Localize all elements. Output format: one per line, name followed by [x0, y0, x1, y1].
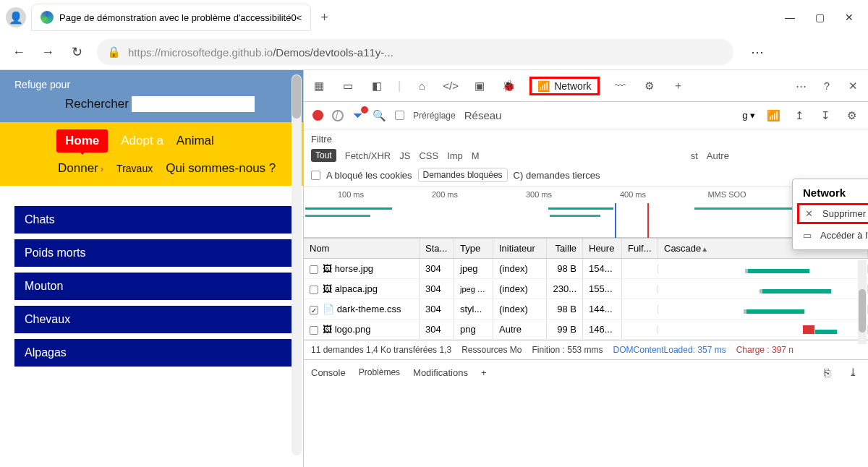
reload-button[interactable]: ↻ [68, 44, 85, 60]
blocked-requests-chip[interactable]: Demandes bloquées [418, 168, 508, 182]
reseau-label: Réseau [464, 109, 502, 121]
col-fulfilled[interactable]: Fulf... [622, 239, 658, 258]
drawer-add-button[interactable]: + [481, 367, 487, 378]
preserve-log-checkbox[interactable] [395, 111, 404, 120]
help-button[interactable]: ? [819, 78, 835, 94]
table-row[interactable]: 📄 dark-theme.css 304 styl... (index) 98 … [304, 299, 868, 320]
browser-tab[interactable]: Page de démonstration avec le problème d… [32, 4, 310, 30]
brand-text: Refuge pour [14, 79, 303, 90]
table-header: Nom Sta... Type Initiateur Taille Heure … [304, 239, 868, 259]
filter-toggle[interactable]: ⏷ [352, 109, 364, 122]
minimize-button[interactable]: — [785, 12, 795, 23]
col-time[interactable]: Heure [583, 239, 622, 258]
nav-home[interactable]: Home [56, 129, 108, 153]
elements-icon[interactable]: </> [443, 78, 459, 94]
devtools-drawer: Console Problèmes Modifications + ⎘ ⤓ [304, 359, 868, 385]
clear-button[interactable] [332, 110, 344, 121]
back-button[interactable]: ← [10, 45, 27, 60]
drawer-tab-issues[interactable]: Problèmes [359, 367, 400, 377]
col-name[interactable]: Nom [304, 239, 420, 258]
status-load: Charge : 397 n [736, 345, 793, 355]
maximize-button[interactable]: ▢ [815, 12, 825, 23]
context-menu-remove[interactable]: ✕ Supprimer de la barre d'activités [797, 203, 868, 224]
drawer-tab-console[interactable]: Console [311, 367, 346, 378]
inspect-icon[interactable]: ▦ [311, 78, 327, 94]
record-button[interactable] [312, 110, 323, 121]
performance-icon[interactable]: 〰 [613, 78, 629, 94]
network-table: Nom Sta... Type Initiateur Taille Heure … [304, 238, 868, 340]
search-icon[interactable]: 🔍 [373, 109, 386, 122]
category-item[interactable]: Chevaux [14, 306, 292, 333]
filter-chip-media[interactable]: M [472, 150, 480, 161]
main-split: Refuge pour Rechercher Home Adopt a Anim… [0, 69, 868, 467]
drawer-tab-changes[interactable]: Modifications [413, 367, 468, 378]
bug-icon[interactable]: 🐞 [501, 78, 516, 94]
address-bar[interactable]: 🔒 https://microsoftedge.github.io/Demos/… [97, 39, 733, 65]
filter-chip-img[interactable]: Imp [447, 150, 463, 161]
context-menu-title: Network [793, 184, 868, 202]
table-row[interactable]: 🖼 alpaca.jpg 304 jpeg jpeg (index) 230..… [304, 279, 868, 299]
new-tab-button[interactable]: + [316, 10, 333, 25]
wifi-settings-icon[interactable]: 📶 [765, 108, 781, 124]
category-item[interactable]: Alpagas [14, 339, 292, 367]
url-path: /Demos/devtools-a11y-... [273, 46, 393, 59]
search-label: Rechercher [14, 97, 129, 111]
status-summary: 11 demandes 1,4 Ko transférées 1,3 [311, 345, 451, 355]
table-row[interactable]: 🖼 logo.png 304 png Autre 99 B 146... [304, 320, 868, 340]
add-tab-button[interactable]: ＋ [671, 78, 686, 94]
page-scrollbar[interactable] [292, 74, 302, 455]
browser-menu-button[interactable]: ⋯ [745, 44, 770, 60]
throttling-label[interactable]: g ▾ [742, 110, 755, 121]
filter-chip-st[interactable]: st [691, 150, 698, 161]
third-party-label: C) demandes tierces [514, 170, 600, 181]
url-host: https://microsoftedge.github.io [128, 46, 273, 59]
upload-icon[interactable]: ↥ [791, 108, 807, 124]
gear-icon[interactable]: ⚙ [843, 108, 859, 124]
nav-about[interactable]: Qui sommes-nous ? [166, 161, 276, 176]
filter-label: Filtre [311, 134, 861, 145]
forward-button[interactable]: → [39, 45, 56, 60]
col-size[interactable]: Taille [547, 239, 583, 258]
table-scrollbar[interactable] [858, 260, 867, 344]
timeline-overview[interactable]: 100 ms 200 ms 300 ms 400 ms MMS SOO 600 … [304, 187, 868, 238]
nav-animal[interactable]: Animal [176, 134, 214, 148]
device-icon[interactable]: ▭ [340, 78, 356, 94]
block-cookies-checkbox[interactable] [311, 171, 320, 180]
category-item[interactable]: Poids morts [14, 239, 292, 267]
filter-chip-all[interactable]: Tout [311, 149, 336, 162]
nav-jobs[interactable]: Travaux [116, 163, 153, 174]
filter-chip-js[interactable]: JS [399, 150, 410, 161]
home-icon[interactable]: ⌂ [414, 78, 430, 94]
filter-chip-css[interactable]: CSS [419, 150, 438, 161]
tab-network[interactable]: 📶 Network [529, 77, 599, 95]
context-menu-quickview[interactable]: ▭ Accéder à l'affichage rapide en bas [793, 226, 868, 245]
close-window-button[interactable]: ✕ [845, 12, 854, 23]
memory-icon[interactable]: ⚙ [642, 78, 658, 94]
download-icon[interactable]: ↧ [817, 108, 833, 124]
col-initiator[interactable]: Initiateur [493, 239, 547, 258]
col-status[interactable]: Sta... [420, 239, 454, 258]
category-item[interactable]: Chats [14, 206, 292, 234]
site-nav: Home Adopt a Animal Donner Travaux Qui s… [0, 122, 303, 186]
block-cookies-label: A bloqué les cookies [326, 170, 412, 181]
window-titlebar: 👤 Page de démonstration avec le problème… [0, 0, 868, 35]
search-input[interactable] [132, 96, 255, 112]
context-menu: Network ✕ Supprimer de la barre d'activi… [792, 179, 868, 250]
nav-donate[interactable]: Donner [58, 161, 103, 176]
status-domcontentloaded: DOMContentLoaded: 357 ms [613, 345, 726, 355]
dock-icon[interactable]: ◧ [369, 78, 385, 94]
close-devtools-button[interactable]: ✕ [845, 78, 861, 94]
drawer-expand-icon[interactable]: ⤓ [845, 364, 861, 380]
devtools-panel: ▦ ▭ ◧ | ⌂ </> ▣ 🐞 📶 Network 〰 ⚙ ＋ ⋯ ? ✕ [304, 70, 868, 467]
col-type[interactable]: Type [454, 239, 493, 258]
profile-avatar[interactable]: 👤 [6, 7, 26, 27]
edge-icon [41, 11, 54, 24]
table-row[interactable]: 🖼 horse.jpg 304 jpeg (index) 98 B 154... [304, 259, 868, 279]
more-tools-button[interactable]: ⋯ [793, 78, 809, 94]
filter-chip-fetch[interactable]: Fetch/XHR [345, 150, 391, 161]
app-icon[interactable]: ▣ [472, 78, 488, 94]
filter-chip-other[interactable]: Autre [707, 150, 729, 161]
category-item[interactable]: Mouton [14, 273, 292, 300]
nav-adopt[interactable]: Adopt a [121, 134, 163, 148]
drawer-dock-icon[interactable]: ⎘ [819, 364, 835, 380]
